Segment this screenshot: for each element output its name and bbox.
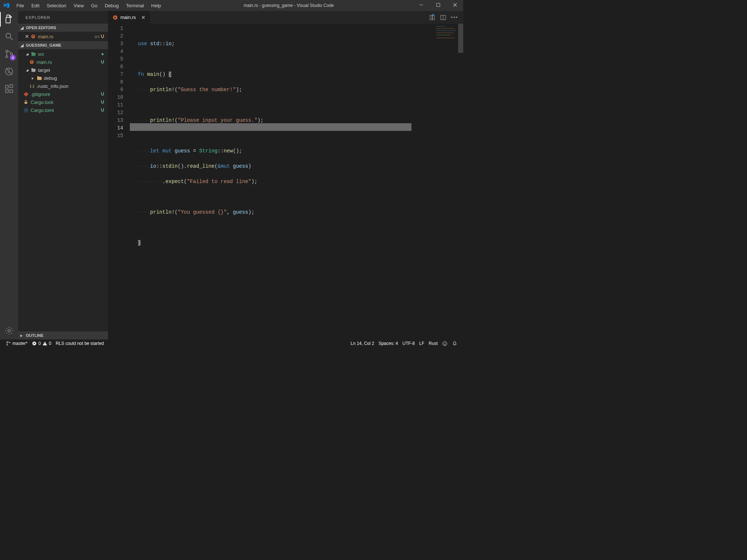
tab-label: main.rs (120, 15, 136, 20)
tree-item-Cargo-lock[interactable]: Cargo.lockU (18, 98, 108, 106)
git-status-marker: U (100, 59, 105, 65)
rust-file-icon: R (112, 15, 118, 20)
scm-badge: 4 (10, 55, 16, 61)
project-header[interactable]: ◢ GUESSING_GAME (18, 41, 108, 49)
tab-main-rs[interactable]: R main.rs ✕ (108, 11, 150, 24)
search-icon[interactable] (4, 31, 14, 42)
menu-go[interactable]: Go (88, 1, 101, 11)
chevron-right-icon: ▸ (29, 76, 36, 81)
tree-item-target[interactable]: ◢target (18, 66, 108, 74)
warning-count: 0 (49, 341, 51, 346)
svg-rect-21 (25, 102, 27, 104)
project-label: GUESSING_GAME (26, 43, 61, 47)
status-bar: master* 0 0 RLS could not be started Ln … (0, 339, 463, 347)
code-content[interactable]: use std::io; fn main() { ····println!("G… (130, 24, 463, 339)
menu-debug[interactable]: Debug (101, 1, 122, 11)
tree-item-label: debug (44, 75, 105, 81)
svg-point-30 (7, 342, 8, 343)
git-icon (23, 92, 31, 97)
svg-rect-10 (10, 90, 13, 93)
menu-selection[interactable]: Selection (43, 1, 70, 11)
tree-item-label: main.rs (36, 59, 100, 65)
problems[interactable]: 0 0 (30, 341, 53, 346)
tree-item-label: Cargo.toml (31, 108, 100, 113)
tree-item--gitignore[interactable]: .gitignoreU (18, 90, 108, 98)
open-editor-item[interactable]: ✕ R main.rs src U (18, 32, 108, 40)
tree-item-label: .rustc_info.json (36, 83, 105, 89)
tree-item--rustc_info-json[interactable]: {..}.rustc_info.json (18, 82, 108, 90)
editor-area: R main.rs ✕ ••• 123456789101112131415 us… (108, 11, 463, 339)
outline-label: OUTLINE (26, 333, 43, 338)
folder-icon (36, 75, 44, 81)
svg-rect-20 (26, 93, 26, 95)
close-button[interactable] (446, 0, 463, 11)
sidebar-title: EXPLORER (18, 11, 108, 24)
outline-header[interactable]: ▸ OUTLINE (18, 331, 108, 339)
folder-open-icon (31, 67, 38, 73)
menu-view[interactable]: View (70, 1, 88, 11)
eol[interactable]: LF (417, 341, 426, 346)
more-actions-icon[interactable]: ••• (451, 15, 458, 20)
svg-point-3 (6, 50, 8, 52)
file-path-note: src (94, 34, 100, 39)
code-editor[interactable]: 123456789101112131415 use std::io; fn ma… (108, 24, 463, 339)
settings-gear-icon[interactable] (4, 326, 14, 336)
extensions-icon[interactable] (4, 84, 14, 94)
line-number-gutter: 123456789101112131415 (108, 24, 130, 339)
svg-point-38 (445, 343, 446, 343)
open-editors-header[interactable]: ◢ OPEN EDITORS (18, 24, 108, 32)
cursor-position[interactable]: Ln 14, Col 2 (348, 341, 376, 346)
chevron-down-icon: ◢ (20, 26, 24, 30)
minimap[interactable] (436, 25, 458, 47)
maximize-button[interactable] (430, 0, 446, 11)
lock-icon (23, 100, 31, 105)
feedback-smiley-icon[interactable] (440, 341, 450, 346)
compare-changes-icon[interactable] (429, 14, 436, 21)
menu-help[interactable]: Help (148, 1, 165, 11)
encoding[interactable]: UTF-8 (400, 341, 417, 346)
tree-item-src[interactable]: ◢src● (18, 50, 108, 58)
svg-text:R: R (114, 16, 116, 19)
tree-item-label: target (38, 67, 105, 73)
vscode-logo-icon (0, 2, 13, 9)
split-editor-icon[interactable] (440, 14, 446, 21)
language-mode[interactable]: Rust (426, 341, 440, 346)
svg-point-31 (7, 345, 8, 346)
svg-point-7 (8, 69, 9, 70)
svg-point-12 (8, 330, 11, 332)
git-status-marker: U (100, 108, 105, 113)
rust-icon: R (29, 59, 36, 65)
tree-item-debug[interactable]: ▸debug (18, 74, 108, 82)
svg-rect-35 (44, 345, 45, 345)
file-label: main.rs (38, 34, 93, 39)
tree-item-Cargo-toml[interactable]: Cargo.tomlU (18, 106, 108, 114)
tree-item-main-rs[interactable]: Rmain.rsU (18, 58, 108, 66)
notifications-bell-icon[interactable] (450, 341, 460, 346)
close-icon[interactable]: ✕ (23, 34, 31, 39)
tree-item-label: src (38, 51, 100, 57)
svg-point-37 (444, 343, 445, 343)
svg-text:R: R (32, 35, 34, 38)
svg-rect-9 (5, 90, 8, 93)
menu-terminal[interactable]: Terminal (122, 1, 147, 11)
svg-point-2 (6, 33, 11, 38)
rust-file-icon: R (31, 34, 38, 39)
git-status-marker: U (100, 100, 105, 105)
debug-icon[interactable] (4, 66, 14, 77)
explorer-icon[interactable] (4, 14, 14, 24)
svg-point-32 (9, 342, 10, 343)
scrollbar-thumb[interactable] (458, 24, 463, 53)
chevron-down-icon: ◢ (23, 52, 31, 56)
status-message[interactable]: RLS could not be started (54, 341, 106, 346)
json-icon: {..} (29, 83, 36, 89)
menu-edit[interactable]: Edit (28, 1, 43, 11)
git-branch[interactable]: master* (4, 341, 30, 346)
indentation[interactable]: Spaces: 4 (376, 341, 400, 346)
minimize-button[interactable] (413, 0, 430, 11)
tab-close-icon[interactable]: ✕ (141, 15, 146, 20)
open-editors-label: OPEN EDITORS (26, 26, 56, 30)
svg-rect-1 (437, 3, 440, 7)
source-control-icon[interactable]: 4 (4, 49, 14, 59)
menu-file[interactable]: File (13, 1, 28, 11)
svg-rect-0 (419, 5, 423, 5)
